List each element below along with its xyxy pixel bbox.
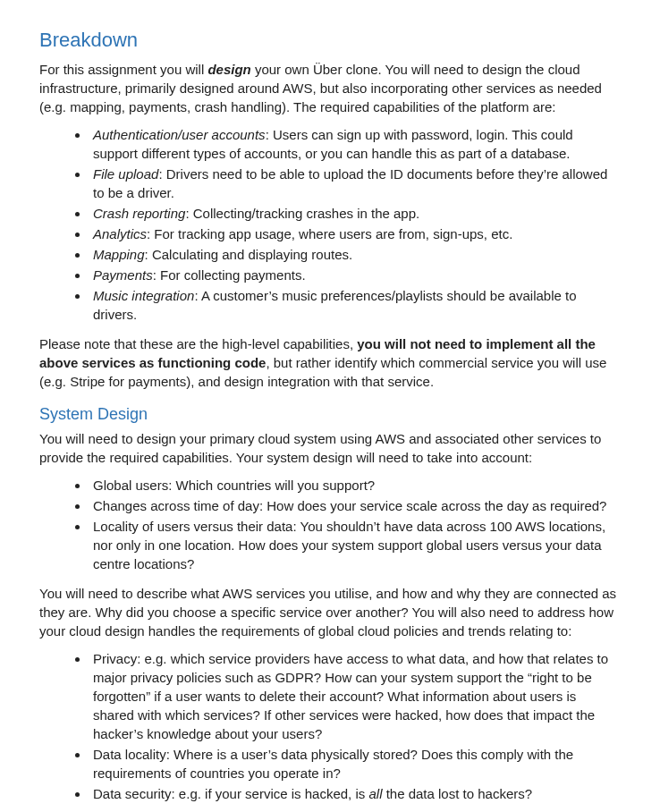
capabilities-list: Authentication/user accounts: Users can …	[39, 125, 621, 324]
list-item: Music integration: A customer’s music pr…	[89, 286, 621, 324]
capability-desc: : Calculating and displaying routes.	[145, 247, 353, 262]
list-item: Changes across time of day: How does you…	[89, 496, 621, 515]
capability-title: Mapping	[93, 247, 145, 262]
intro-paragraph: For this assignment you will design your…	[39, 60, 621, 116]
emphasis-all: all	[368, 786, 382, 801]
capability-title: Authentication/user accounts	[93, 127, 266, 142]
list-item: File upload: Drivers need to be able to …	[89, 165, 621, 202]
capability-title: Analytics	[93, 226, 147, 241]
aws-paragraph: You will need to describe what AWS servi…	[39, 584, 621, 640]
text: For this assignment you will	[39, 62, 207, 77]
system-design-intro: You will need to design your primary clo…	[39, 429, 621, 467]
heading-system-design: System Design	[39, 403, 621, 426]
list-item: Data security: e.g. if your service is h…	[89, 784, 621, 803]
list-item: Privacy: e.g. which service providers ha…	[89, 649, 621, 743]
capability-desc: : Drivers need to be able to upload the …	[93, 166, 607, 200]
emphasis-design: design	[207, 62, 250, 77]
list-item: Payments: For collecting payments.	[89, 266, 621, 284]
list-item: Authentication/user accounts: Users can …	[89, 125, 621, 163]
capability-desc: : Collecting/tracking crashes in the app…	[185, 206, 419, 221]
list-item: Mapping: Calculating and displaying rout…	[89, 245, 621, 264]
list-item: Analytics: For tracking app usage, where…	[89, 224, 621, 243]
policies-list: Privacy: e.g. which service providers ha…	[39, 649, 621, 803]
text: Please note that these are the high-leve…	[39, 336, 357, 351]
list-item: Locality of users versus their data: You…	[89, 517, 621, 573]
capability-desc: : For tracking app usage, where users ar…	[147, 226, 512, 241]
capability-desc: : For collecting payments.	[153, 267, 306, 283]
capability-title: Crash reporting	[93, 206, 185, 221]
system-design-list: Global users: Which countries will you s…	[39, 476, 621, 573]
text: the data lost to hackers?	[382, 786, 532, 801]
note-paragraph: Please note that these are the high-leve…	[39, 334, 621, 391]
text: Data security: e.g. if your service is h…	[93, 786, 368, 801]
capability-title: File upload	[93, 166, 158, 182]
heading-breakdown: Breakdown	[39, 27, 621, 55]
list-item: Data locality: Where is a user’s data ph…	[89, 745, 621, 782]
list-item: Crash reporting: Collecting/tracking cra…	[89, 204, 621, 223]
list-item: Global users: Which countries will you s…	[89, 476, 621, 495]
capability-title: Music integration	[93, 288, 194, 303]
capability-title: Payments	[93, 267, 153, 283]
